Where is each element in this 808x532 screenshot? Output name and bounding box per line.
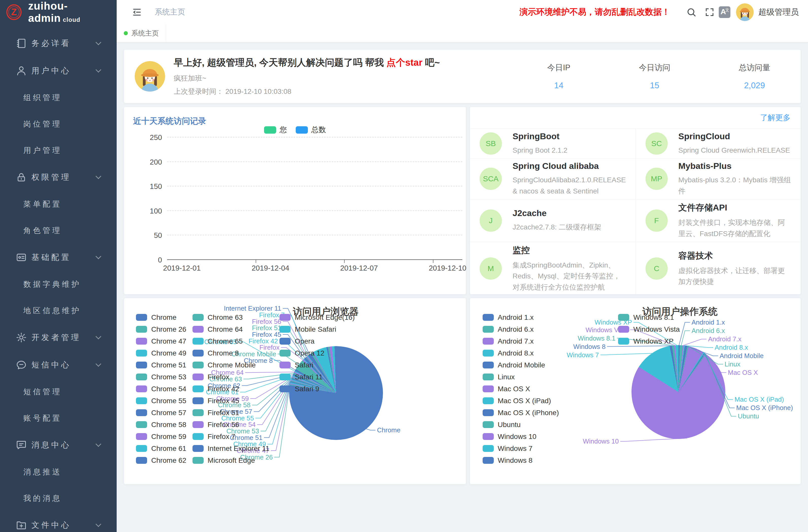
legend-item-Windows 7[interactable]: Windows 7	[483, 442, 559, 454]
legend-item-Chrome 59[interactable]: Chrome 59	[136, 430, 186, 442]
legend-item-Android 7.x[interactable]: Android 7.x	[483, 335, 559, 347]
legend-item-Firefox 51[interactable]: Firefox 51	[192, 407, 270, 419]
sidebar-item-user-center[interactable]: 用户中心	[0, 57, 117, 85]
logo: Z zuihou-admincloud	[0, 0, 117, 24]
sidebar-item-file-center[interactable]: 文件中心	[0, 512, 117, 532]
legend-swatch	[279, 362, 291, 368]
legend-item-Firefox 45[interactable]: Firefox 45	[192, 395, 270, 407]
stat-label: 今日IP	[547, 62, 570, 73]
pie-legend-column: Android 1.xAndroid 6.xAndroid 7.xAndroid…	[483, 311, 559, 466]
sidebar-subitem[interactable]: 数据字典维护	[0, 271, 117, 297]
sidebar-subitem[interactable]: 消息推送	[0, 459, 117, 485]
tech-desc: Spring Boot 2.1.2	[513, 145, 567, 156]
pie-legend-column: Microsoft Edge(16)Mobile SafariOperaOper…	[279, 311, 355, 395]
sidebar-subitem[interactable]: 我的消息	[0, 485, 117, 512]
legend-item-Windows Vista[interactable]: Windows Vista	[618, 323, 680, 335]
sidebar-item-developer[interactable]: 开发者管理	[0, 324, 117, 351]
legend-item-Chrome 57[interactable]: Chrome 57	[136, 407, 186, 419]
page-content: 早上好, 超级管理员, 今天帮别人解决问题了吗 帮我 点个star 吧~ 疯狂加…	[117, 42, 808, 532]
legend-item-Windows 10[interactable]: Windows 10	[483, 430, 559, 442]
legend-swatch	[279, 326, 291, 333]
pie-chart[interactable]	[631, 345, 725, 439]
legend-item-Chrome 47[interactable]: Chrome 47	[136, 335, 186, 347]
search-icon[interactable]	[686, 7, 696, 17]
legend-item-Windows XP[interactable]: Windows XP	[618, 335, 680, 347]
legend-item-Internet Explorer 11[interactable]: Internet Explorer 11	[192, 442, 270, 454]
legend-item-Chrome 53[interactable]: Chrome 53	[136, 371, 186, 383]
learn-more-link[interactable]: 了解更多	[760, 113, 790, 123]
user-icon	[16, 65, 27, 77]
collapse-menu-icon[interactable]	[132, 7, 142, 17]
legend-item-Opera 12[interactable]: Opera 12	[279, 347, 355, 359]
legend-item-Android 6.x[interactable]: Android 6.x	[483, 323, 559, 335]
legend-item-Firefox 7[interactable]: Firefox 7	[192, 430, 270, 442]
legend-item-Firefox 56[interactable]: Firefox 56	[192, 419, 270, 430]
legend-item-Chrome 63[interactable]: Chrome 63	[192, 311, 270, 323]
legend-item-Android 1.x[interactable]: Android 1.x	[483, 311, 559, 323]
legend-item-Chrome 8[interactable]: Chrome 8	[192, 347, 270, 359]
legend-item-Mobile Safari[interactable]: Mobile Safari	[279, 323, 355, 335]
sidebar-item-message-center[interactable]: 消息中心	[0, 431, 117, 459]
legend-item-Chrome 58[interactable]: Chrome 58	[136, 419, 186, 430]
legend-item-Mac OS X (iPhone)[interactable]: Mac OS X (iPhone)	[483, 407, 559, 419]
sidebar-subitem[interactable]: 组织管理	[0, 85, 117, 111]
sidebar-subitem[interactable]: 角色管理	[0, 217, 117, 244]
user-avatar[interactable]	[736, 3, 754, 21]
legend-item-Chrome 65[interactable]: Chrome 65	[192, 335, 270, 347]
legend-item-Android Mobile[interactable]: Android Mobile	[483, 359, 559, 371]
legend-item-您[interactable]: 您	[264, 125, 287, 135]
language-icon[interactable]: A文	[719, 6, 730, 18]
legend-swatch	[483, 385, 494, 392]
chevron-down-icon	[96, 521, 102, 527]
sidebar-item-label: 用户中心	[32, 66, 71, 76]
legend-item-Chrome 62[interactable]: Chrome 62	[136, 454, 186, 466]
legend-item-Safari[interactable]: Safari	[279, 359, 355, 371]
legend-swatch	[483, 433, 494, 440]
sidebar-subitem[interactable]: 用户管理	[0, 137, 117, 164]
legend-item-Chrome 51[interactable]: Chrome 51	[136, 359, 186, 371]
greeting-card: 早上好, 超级管理员, 今天帮别人解决问题了吗 帮我 点个star 吧~ 疯狂加…	[124, 50, 801, 103]
sidebar-subitem[interactable]: 账号配置	[0, 405, 117, 431]
sidebar-item-base-config[interactable]: 基础配置	[0, 244, 117, 271]
legend-item-Mac OS X (iPad)[interactable]: Mac OS X (iPad)	[483, 395, 559, 407]
sidebar-subitem[interactable]: 菜单配置	[0, 191, 117, 217]
legend-swatch	[192, 350, 204, 356]
message-icon	[16, 439, 27, 451]
legend-item-Android 8.x[interactable]: Android 8.x	[483, 347, 559, 359]
legend-item-Chrome 49[interactable]: Chrome 49	[136, 347, 186, 359]
legend-item-Chrome Mobile[interactable]: Chrome Mobile	[192, 359, 270, 371]
tab-home[interactable]: 系统主页	[117, 24, 166, 42]
bar-chart-plot: 0501001502002502019-12-012019-12-042019-…	[167, 137, 462, 260]
legend-item-Linux[interactable]: Linux	[483, 371, 559, 383]
legend-item-Safari 9[interactable]: Safari 9	[279, 383, 355, 395]
sidebar-subitem[interactable]: 地区信息维护	[0, 297, 117, 324]
sidebar-subitem[interactable]: 岗位管理	[0, 111, 117, 137]
pie-slice-label: Mac OS X (iPhone)	[736, 404, 793, 412]
pie-slice-label: Windows 10	[583, 437, 619, 445]
legend-item-Safari 11[interactable]: Safari 11	[279, 371, 355, 383]
sidebar-subitem[interactable]: 短信管理	[0, 379, 117, 405]
sidebar-item-permission[interactable]: 权限管理	[0, 164, 117, 191]
legend-item-Mac OS X[interactable]: Mac OS X	[483, 383, 559, 395]
legend-item-Chrome 55[interactable]: Chrome 55	[136, 395, 186, 407]
legend-item-Firefox 42[interactable]: Firefox 42	[192, 383, 270, 395]
fullscreen-icon[interactable]	[704, 7, 715, 17]
legend-item-Ubuntu[interactable]: Ubuntu	[483, 419, 559, 430]
legend-swatch	[136, 373, 147, 380]
legend-item-Microsoft Edge[interactable]: Microsoft Edge	[192, 454, 270, 466]
sidebar-item-sms-center[interactable]: 短信中心	[0, 351, 117, 379]
legend-item-Firefox[interactable]: Firefox	[192, 371, 270, 383]
star-link[interactable]: 点个star	[386, 57, 423, 68]
legend-item-Chrome 26[interactable]: Chrome 26	[136, 323, 186, 335]
legend-item-Windows 8[interactable]: Windows 8	[483, 454, 559, 466]
legend-item-Opera[interactable]: Opera	[279, 335, 355, 347]
legend-item-Chrome 54[interactable]: Chrome 54	[136, 383, 186, 395]
legend-item-Chrome 64[interactable]: Chrome 64	[192, 323, 270, 335]
pie-slice-label: Android 7.x	[708, 335, 741, 343]
legend-item-Chrome 61[interactable]: Chrome 61	[136, 442, 186, 454]
legend-item-总数[interactable]: 总数	[296, 125, 326, 135]
sidebar-item-must-read[interactable]: 务必详看	[0, 30, 117, 57]
legend-item-Chrome[interactable]: Chrome	[136, 311, 186, 323]
gear-icon	[16, 332, 27, 343]
y-axis-tick: 250	[150, 133, 162, 142]
